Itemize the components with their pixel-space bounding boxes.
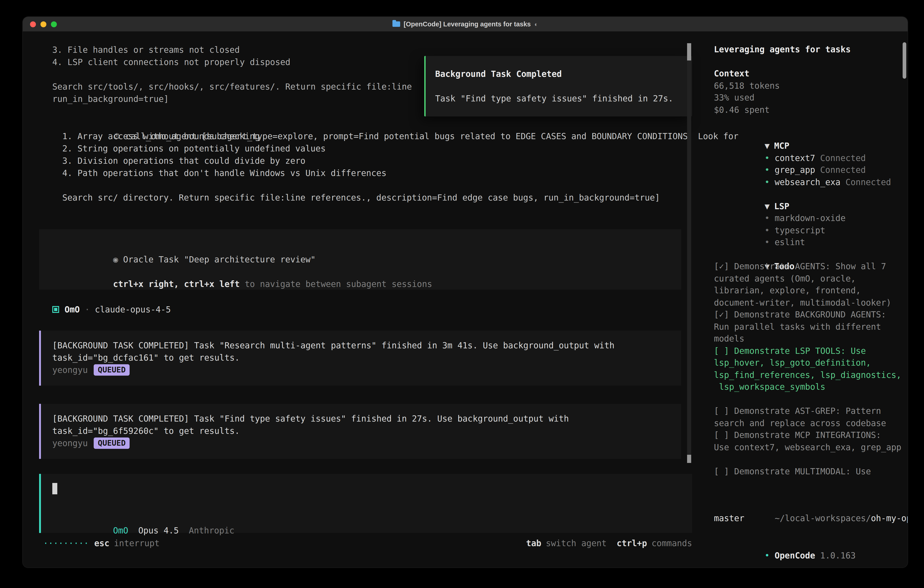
tab-key-group: tabswitch agent (526, 538, 607, 548)
separator-dot: · (85, 305, 90, 314)
mcp-name: websearch_exa (775, 177, 841, 187)
mcp-name: grep_app (775, 165, 815, 175)
todo-active-line: lsp_find_references, lsp_diagnostics, (714, 369, 908, 381)
lsp-name: markdown-oxide (775, 213, 846, 223)
ctrlp-key-label: commands (652, 538, 692, 548)
context-spent: $0.46 spent (714, 104, 908, 116)
spacer-line (62, 179, 739, 192)
text-cursor (52, 483, 57, 494)
todo-done-line: [✓] Demonstrate BACKGROUND AGENTS: (714, 309, 908, 321)
log-line: run_in_background=true] (52, 93, 412, 105)
task-user: yeongyu (52, 437, 88, 449)
todo-done-line: [✓] Demonstrate AGENTS: Show all 7 (714, 261, 908, 273)
task-line: task_id="bg_6f59260c" to get results. (52, 425, 681, 437)
app-version-footer: •OpenCode1.0.163 (714, 537, 856, 549)
input-provider-name: Anthropic (189, 526, 234, 535)
spacer-line (714, 453, 908, 466)
tab-key-label: switch agent (546, 538, 607, 548)
tab-key-hint: tab (526, 538, 541, 548)
task-line: [BACKGROUND TASK COMPLETED] Task "Resear… (52, 339, 681, 352)
mcp-header[interactable]: ▼MCP (714, 128, 908, 140)
mcp-status: Connected (820, 153, 866, 163)
traffic-lights (30, 17, 57, 31)
chat-scrollbar[interactable] (687, 43, 691, 463)
spacer-line (714, 393, 908, 405)
tool-call-line: 4. Path operations that don't handle Win… (62, 167, 739, 179)
oracle-title: Oracle Task "Deep architecture review" (123, 255, 316, 264)
spacer-line (714, 56, 908, 68)
collapse-triangle-icon: ▼ (765, 201, 770, 211)
todo-pending-line: search and replace across codebase (714, 417, 908, 429)
tool-call-head: ⚙call_omo_agent [subagent_type=explore, … (52, 118, 739, 130)
todo-done-line: curated agents (OmO, oracle, (714, 273, 908, 285)
todo-pending-line: Use context7, websearch_exa, grep_app (714, 441, 908, 453)
task-meta: yeongyu QUEUED (52, 437, 681, 449)
minimize-button[interactable] (40, 21, 46, 27)
log-line: 4. LSP client connections not properly d… (52, 56, 412, 68)
task-line: task_id="bg_dcfac161" to get results. (52, 352, 681, 364)
prompt-input[interactable]: OmOOpus 4.5Anthropic (39, 474, 692, 533)
todo-pending-line: [ ] Demonstrate MCP INTEGRATIONS: (714, 429, 908, 441)
tool-call-line: 3. Division operations that could divide… (62, 155, 739, 167)
scrollbar-thumb[interactable] (687, 43, 691, 61)
mcp-header-label: MCP (774, 141, 789, 150)
sidebar-scrollbar-thumb[interactable] (903, 42, 906, 79)
bullet-icon: • (765, 177, 770, 187)
close-button[interactable] (30, 21, 36, 27)
window-body: 3. File handles or streams not closed 4.… (23, 31, 908, 568)
cmd-key-group: ctrl+pcommands (617, 538, 692, 548)
oracle-hint-line: ctrl+x right, ctrl+x left to navigate be… (52, 266, 681, 278)
zoom-button[interactable] (51, 21, 57, 27)
folder-icon (392, 21, 400, 27)
toast-body: Task "Find type safety issues" finished … (435, 92, 692, 105)
background-task-toast: Background Task Completed Task "Find typ… (424, 56, 692, 116)
tool-call-line: Search src/ directory. Return specific f… (62, 192, 739, 204)
bullet-icon: • (765, 153, 770, 163)
activity-timer-icon: ◐ (534, 21, 538, 28)
spacer-line (435, 80, 692, 92)
todo-active-line: lsp_workspace_symbols (714, 381, 908, 393)
oracle-task-panel: ◉Oracle Task "Deep architecture review" … (39, 229, 681, 290)
keybind-hint-label: to navigate between subagent sessions (240, 279, 432, 289)
log-block-top: 3. File handles or streams not closed 4.… (52, 44, 412, 105)
context-tokens: 66,518 tokens (714, 80, 908, 92)
bullet-icon: • (765, 225, 770, 235)
app-version: 1.0.163 (820, 551, 856, 560)
log-line: Search src/tools/, src/hooks/, src/featu… (52, 81, 412, 93)
bullet-icon: • (765, 237, 770, 247)
status-badge: QUEUED (94, 438, 130, 449)
agent-header: OmO · claude-opus-4-5 (52, 303, 171, 315)
record-icon: ◉ (113, 255, 118, 264)
todo-done-line: Run parallel tasks with different (714, 321, 908, 333)
oracle-title-line: ◉Oracle Task "Deep architecture review" (52, 241, 681, 253)
todo-done-line: document-writer, multimodal-looker) (714, 297, 908, 309)
mcp-name: context7 (775, 153, 815, 163)
opencode-window: [OpenCode] Leveraging agents for tasks ◐… (23, 17, 908, 568)
spacer-line (52, 68, 412, 81)
workspace-path: ~/local-workspaces/ (775, 513, 871, 523)
scrollbar-thumb[interactable] (687, 455, 691, 463)
todo-pending-line: [ ] Demonstrate AST-GREP: Pattern (714, 405, 908, 417)
agent-name: OmO (64, 305, 80, 314)
todo-done-line: models (714, 333, 908, 345)
ctrlp-key-hint: ctrl+p (617, 538, 647, 548)
bullet-icon: • (765, 551, 770, 560)
screen: [OpenCode] Leveraging agents for tasks ◐… (0, 0, 924, 588)
esc-key-label: interrupt (114, 538, 160, 548)
tool-call-line: 2. String operations on potentially unde… (62, 142, 739, 155)
log-line: 3. File handles or streams not closed (52, 44, 412, 56)
context-used: 33% used (714, 92, 908, 104)
bullet-icon: • (765, 165, 770, 175)
todo-done-line: librarian, explore, frontend, (714, 285, 908, 297)
titlebar: [OpenCode] Leveraging agents for tasks ◐ (23, 17, 908, 31)
input-model-name: Opus 4.5 (138, 526, 179, 535)
workspace-info: ~/local-workspaces/oh-my-opencode: maste… (714, 500, 908, 524)
lsp-name: eslint (775, 237, 805, 247)
keybind-hint: ctrl+x right, ctrl+x left (113, 279, 240, 289)
task-meta: yeongyu QUEUED (52, 364, 681, 376)
workspace-path-line: ~/local-workspaces/oh-my-opencode: (714, 500, 908, 512)
sidebar: Leveraging agents for tasks Context 66,5… (704, 31, 908, 568)
agent-square-icon (52, 306, 59, 313)
task-line: [BACKGROUND TASK COMPLETED] Task "Find t… (52, 413, 681, 425)
collapse-triangle-icon: ▼ (765, 141, 770, 150)
